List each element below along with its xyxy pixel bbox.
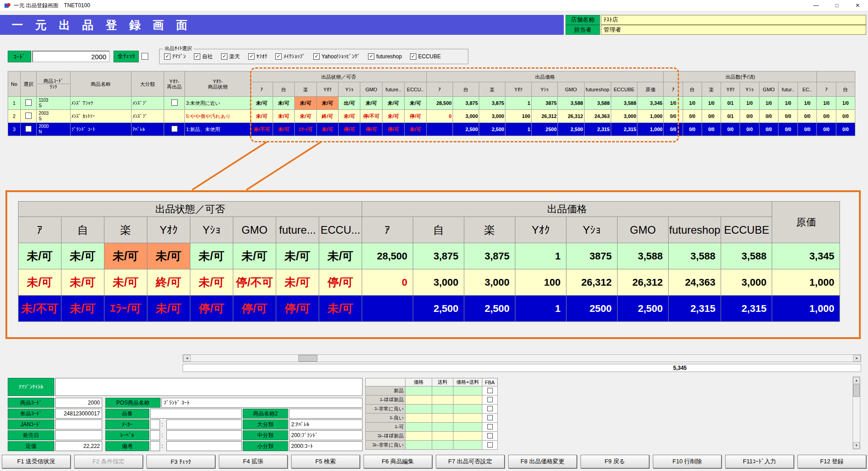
fba-checkbox[interactable] <box>487 406 493 411</box>
checkbox-checked-icon[interactable]: ✓ <box>248 53 255 60</box>
fba-checkbox[interactable] <box>487 424 493 429</box>
price-cell[interactable] <box>406 396 432 405</box>
f8-button[interactable]: F8 出品価格変更 <box>508 455 577 468</box>
list-price-field[interactable]: 22,222 <box>55 441 102 451</box>
checkbox-checked-icon[interactable]: ✓ <box>164 53 170 60</box>
code-input[interactable] <box>32 51 110 62</box>
store-name-field[interactable]: ﾃｽﾄ店 <box>601 15 866 25</box>
price-shipping-cell[interactable] <box>453 423 482 432</box>
shipping-cell[interactable] <box>432 423 453 432</box>
relist-checkbox[interactable] <box>171 99 178 106</box>
scrollbar-thumb[interactable] <box>853 384 860 397</box>
row-select-checkbox[interactable] <box>25 113 32 119</box>
f1-button[interactable]: F1 送受信状況 <box>2 455 71 468</box>
label-field[interactable] <box>166 430 242 440</box>
site-futureshop[interactable]: ✓futureshop <box>368 53 402 60</box>
shipping-cell[interactable] <box>432 386 453 396</box>
f7-button[interactable]: F7 出品可否設定 <box>436 455 505 468</box>
shipping-cell[interactable] <box>432 396 453 405</box>
minor-category-field[interactable]: 2000:ｺｰﾄ <box>289 441 363 451</box>
checkbox-checked-icon[interactable]: ✓ <box>221 53 227 60</box>
price-cell[interactable] <box>406 405 432 414</box>
price-shipping-cell[interactable] <box>453 396 482 405</box>
row-select-checkbox[interactable] <box>25 126 32 132</box>
price-cell[interactable] <box>406 423 432 432</box>
price-shipping-cell[interactable] <box>453 441 482 450</box>
shipping-cell[interactable] <box>432 432 453 441</box>
site-eccube[interactable]: ✓ECCUBE <box>410 53 441 60</box>
scrollbar-thumb[interactable] <box>298 355 317 362</box>
f3-button[interactable]: F3 ﾁｪｯｸ <box>146 455 215 468</box>
scroll-down-arrow-icon[interactable]: ▼ <box>853 442 860 449</box>
table-row[interactable]: 2 2003S ﾒﾝｽﾞ ｶｯﾄｿｰ ﾒﾝｽﾞﾌﾞ 5:やや傷や汚れあり 未/可… <box>8 110 855 123</box>
check-all-checkbox[interactable] <box>142 53 148 60</box>
scroll-right-arrow-icon[interactable]: ► <box>853 355 861 362</box>
vertical-scrollbar[interactable]: ▲ ▼ <box>853 377 860 449</box>
part-number-field[interactable] <box>150 409 242 419</box>
shipping-cell[interactable] <box>432 441 453 450</box>
price-cell[interactable] <box>406 432 432 441</box>
row-select-checkbox[interactable] <box>25 99 32 106</box>
maker-code-field[interactable] <box>150 419 160 429</box>
fba-checkbox[interactable] <box>487 397 493 402</box>
site-rakuten[interactable]: ✓楽天 <box>221 53 240 61</box>
manager-field[interactable]: 管理者 <box>601 25 866 35</box>
f10-button[interactable]: F10 行削除 <box>653 455 722 468</box>
maximize-button[interactable]: □ <box>826 0 847 11</box>
horizontal-scrollbar[interactable]: ◄ ► <box>183 354 861 362</box>
site-yahoo-auction[interactable]: ✓ﾔﾌｵｸ <box>248 53 267 60</box>
f9-button[interactable]: F9 戻る <box>580 455 649 468</box>
remarks-field[interactable] <box>166 441 242 451</box>
code-button[interactable]: ｺｰﾄﾞ <box>8 51 31 62</box>
shipping-cell[interactable] <box>432 405 453 414</box>
price-cell[interactable] <box>406 386 432 396</box>
remarks-code-field[interactable] <box>150 441 160 451</box>
fba-checkbox[interactable] <box>487 442 493 447</box>
checkbox-checked-icon[interactable]: ✓ <box>275 53 282 60</box>
checkbox-checked-icon[interactable]: ✓ <box>368 53 374 60</box>
f12-button[interactable]: F12 登録 <box>797 455 866 468</box>
pos-name-field[interactable]: ﾌﾞﾗﾝﾄﾞ ｺｰﾄ <box>161 398 363 408</box>
relist-checkbox[interactable] <box>171 126 178 132</box>
check-all-button[interactable]: 全ﾁｪｯｸ <box>113 51 139 62</box>
release-date-field[interactable] <box>55 430 102 440</box>
unit-code-field[interactable]: 248123000017 <box>55 409 102 419</box>
major-category-field[interactable]: 2:ｱﾊﾟﾚﾙ <box>289 419 363 429</box>
price-shipping-cell[interactable] <box>453 405 482 414</box>
price-shipping-cell[interactable] <box>453 414 482 423</box>
table-row-selected[interactable]: 3 2000N ﾌﾞﾗﾝﾄﾞ ｺｰﾄ ｱﾊﾟﾚﾙ 1:新品、未使用 未/不可 未… <box>8 123 855 136</box>
f4-button[interactable]: F4 拡張 <box>219 455 288 468</box>
condition-label: ﾕ-良い <box>366 414 406 423</box>
price-shipping-cell[interactable] <box>453 386 482 396</box>
minimize-button[interactable]: — <box>806 0 826 11</box>
product-name2-field[interactable] <box>289 409 363 419</box>
middle-category-field[interactable]: 200:ﾌﾞﾗﾝﾄﾞ <box>289 430 363 440</box>
site-makeshop[interactable]: ✓ﾒｲｸｼｮｯﾌﾟ <box>275 53 305 60</box>
price-shipping-cell[interactable] <box>453 432 482 441</box>
fba-checkbox[interactable] <box>487 415 493 420</box>
f11-button[interactable]: F11ｺｰﾄﾞ入力 <box>725 455 794 468</box>
checkbox-checked-icon[interactable]: ✓ <box>194 53 200 60</box>
checkbox-checked-icon[interactable]: ✓ <box>313 53 320 60</box>
jan-code-field[interactable] <box>55 419 102 429</box>
maker-field[interactable] <box>166 419 242 429</box>
site-amazon[interactable]: ✓ｱﾏｿﾞﾝ <box>164 53 186 60</box>
scroll-left-arrow-icon[interactable]: ◄ <box>183 355 191 362</box>
fba-checkbox[interactable] <box>487 433 493 438</box>
fba-checkbox[interactable] <box>487 388 493 393</box>
scroll-up-arrow-icon[interactable]: ▲ <box>853 377 860 384</box>
close-button[interactable]: ✕ <box>847 0 868 11</box>
amazon-title-field[interactable] <box>55 378 363 396</box>
shipping-cell[interactable] <box>432 414 453 423</box>
table-row[interactable]: 1 1103S ﾒﾝｽﾞ Tｼｬﾂ ﾒﾝｽﾞﾌﾞ 3:未使用に近い 未/可 未/… <box>8 97 855 110</box>
site-yahoo-shopping[interactable]: ✓Yahoo!ｼｮｯﾋﾟﾝｸﾞ <box>313 53 360 60</box>
price-cell[interactable] <box>406 414 432 423</box>
f5-button[interactable]: F5 検索 <box>291 455 360 468</box>
product-code-field[interactable]: 2000 <box>55 398 102 408</box>
label-code-field[interactable] <box>150 430 160 440</box>
f6-button[interactable]: F6 商品編集 <box>363 455 432 468</box>
site-own[interactable]: ✓自社 <box>194 53 213 61</box>
checkbox-checked-icon[interactable]: ✓ <box>410 53 416 60</box>
f2-button[interactable]: F2 条件指定 <box>74 455 143 468</box>
price-cell[interactable] <box>406 441 432 450</box>
